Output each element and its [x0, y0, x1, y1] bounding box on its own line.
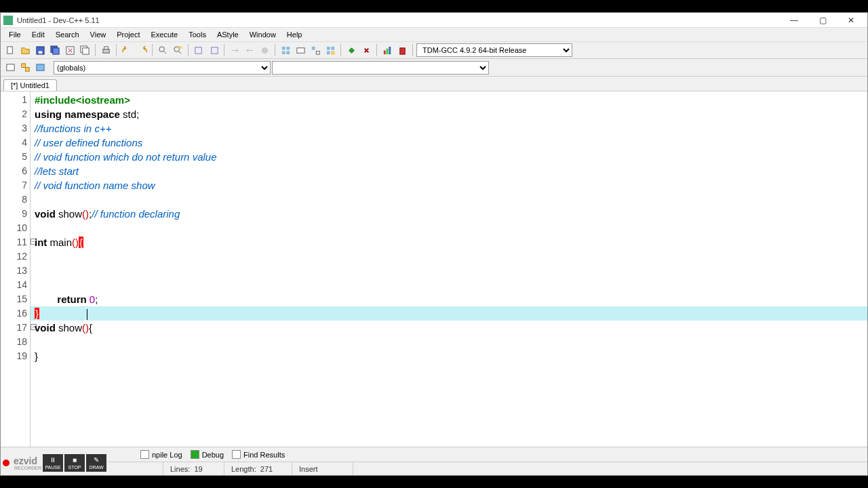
- svg-rect-30: [389, 46, 391, 54]
- menu-project[interactable]: Project: [111, 29, 145, 40]
- svg-rect-7: [82, 47, 88, 54]
- svg-rect-16: [281, 46, 285, 49]
- clean-button[interactable]: [395, 43, 409, 57]
- recorder-overlay: ezvid RECORDER ⏸PAUSE ■STOP ✎DRAW: [1, 453, 108, 473]
- svg-rect-24: [331, 46, 334, 49]
- open-file-button[interactable]: [18, 43, 32, 57]
- line-gutter: 1234567891011−121314151617−1819: [1, 92, 31, 447]
- status-length-label: Length:: [231, 465, 256, 473]
- recorder-sub: RECORDER: [11, 466, 41, 470]
- bottom-tabbar: npile Log Debug Find Results: [1, 447, 867, 462]
- debug-button[interactable]: [344, 43, 358, 57]
- recorder-stop-button[interactable]: ■STOP: [64, 454, 85, 472]
- status-lines-label: Lines:: [170, 465, 190, 473]
- svg-rect-13: [195, 47, 201, 53]
- svg-rect-20: [296, 47, 304, 53]
- recorder-draw-button[interactable]: ✎DRAW: [86, 454, 106, 472]
- compile-run-button[interactable]: [309, 43, 322, 57]
- status-length-val: 271: [260, 465, 273, 473]
- svg-point-11: [174, 46, 179, 52]
- new-class-button[interactable]: [3, 61, 17, 75]
- svg-rect-35: [36, 64, 43, 70]
- maximize-button[interactable]: ▢: [809, 14, 836, 26]
- compile-button[interactable]: [279, 43, 292, 57]
- save-all-button[interactable]: [48, 43, 62, 57]
- recording-indicator-icon: [3, 460, 9, 466]
- menu-help[interactable]: Help: [281, 29, 308, 40]
- rebuild-button[interactable]: [323, 43, 337, 57]
- tab-compile-log[interactable]: npile Log: [140, 450, 182, 459]
- tab-find-results[interactable]: Find Results: [232, 450, 285, 459]
- recorder-pause-button[interactable]: ⏸PAUSE: [43, 454, 63, 472]
- code-area[interactable]: #include<iostream>using namespace std;//…: [31, 92, 867, 447]
- class-browser-button[interactable]: [18, 61, 32, 75]
- find-button[interactable]: [156, 43, 170, 57]
- statusbar: Lines: 19 Length: 271 Insert: [1, 462, 867, 475]
- menu-view[interactable]: View: [85, 29, 112, 40]
- status-insert: Insert: [299, 465, 318, 473]
- window-title: Untitled1 - Dev-C++ 5.11: [17, 16, 781, 24]
- menu-file[interactable]: File: [3, 29, 26, 40]
- status-lines-val: 19: [194, 465, 202, 473]
- svg-rect-4: [52, 47, 58, 54]
- svg-point-27: [331, 51, 335, 55]
- svg-rect-31: [399, 47, 405, 54]
- svg-rect-28: [383, 50, 385, 54]
- svg-point-10: [159, 46, 164, 52]
- svg-rect-8: [102, 49, 108, 53]
- new-file-button[interactable]: [3, 43, 17, 57]
- file-tab-untitled1[interactable]: [*] Untitled1: [3, 79, 57, 91]
- svg-rect-32: [6, 64, 14, 70]
- goto-line-button[interactable]: [228, 43, 241, 57]
- scope-select[interactable]: (globals): [54, 61, 271, 75]
- undo-button[interactable]: [120, 43, 134, 57]
- symbol-select[interactable]: [272, 61, 489, 75]
- svg-rect-0: [7, 46, 12, 53]
- bookmark-next-button[interactable]: [207, 43, 220, 57]
- menu-window[interactable]: Window: [244, 29, 281, 40]
- goto-back-button[interactable]: [243, 43, 256, 57]
- recorder-brand: ezvid: [11, 456, 41, 466]
- svg-rect-14: [211, 47, 217, 53]
- titlebar: Untitled1 - Dev-C++ 5.11 — ▢ ✕: [1, 13, 867, 28]
- svg-rect-29: [386, 48, 388, 54]
- svg-rect-34: [25, 68, 29, 72]
- menu-execute[interactable]: Execute: [145, 29, 183, 40]
- svg-rect-25: [326, 51, 330, 54]
- svg-rect-9: [104, 46, 108, 49]
- svg-rect-23: [326, 46, 330, 49]
- close-button[interactable]: ✕: [837, 14, 865, 26]
- toolbar-main: TDM-GCC 4.9.2 64-bit Release: [1, 41, 867, 59]
- svg-rect-2: [38, 51, 42, 54]
- svg-rect-19: [286, 51, 290, 54]
- svg-rect-21: [311, 46, 315, 49]
- minimize-button[interactable]: —: [781, 14, 808, 26]
- svg-rect-18: [281, 51, 285, 54]
- svg-rect-33: [21, 64, 25, 68]
- compiler-select[interactable]: TDM-GCC 4.9.2 64-bit Release: [416, 43, 572, 57]
- profile-button[interactable]: [380, 43, 394, 57]
- close-all-button[interactable]: [78, 43, 92, 57]
- menu-search[interactable]: Search: [50, 29, 85, 40]
- save-button[interactable]: [33, 43, 47, 57]
- run-button[interactable]: [294, 43, 307, 57]
- menu-edit[interactable]: Edit: [26, 29, 50, 40]
- stop-debug-button[interactable]: [359, 43, 373, 57]
- tab-debug[interactable]: Debug: [191, 450, 224, 459]
- svg-rect-17: [286, 46, 290, 49]
- print-button[interactable]: [99, 43, 113, 57]
- close-file-button[interactable]: [63, 43, 77, 57]
- redo-button[interactable]: [135, 43, 149, 57]
- menubar: File Edit Search View Project Execute To…: [1, 28, 867, 41]
- goto-stop-button[interactable]: [258, 43, 271, 57]
- bookmark-prev-button[interactable]: [192, 43, 205, 57]
- replace-button[interactable]: [171, 43, 184, 57]
- toolbar-class: (globals): [1, 59, 867, 77]
- menu-tools[interactable]: Tools: [183, 29, 212, 40]
- svg-point-15: [261, 47, 267, 53]
- goto-button[interactable]: [33, 61, 47, 75]
- app-window: Untitled1 - Dev-C++ 5.11 — ▢ ✕ File Edit…: [0, 12, 868, 476]
- menu-astyle[interactable]: AStyle: [212, 29, 244, 40]
- file-tabbar: [*] Untitled1: [1, 77, 867, 92]
- editor[interactable]: 1234567891011−121314151617−1819 #include…: [1, 92, 867, 447]
